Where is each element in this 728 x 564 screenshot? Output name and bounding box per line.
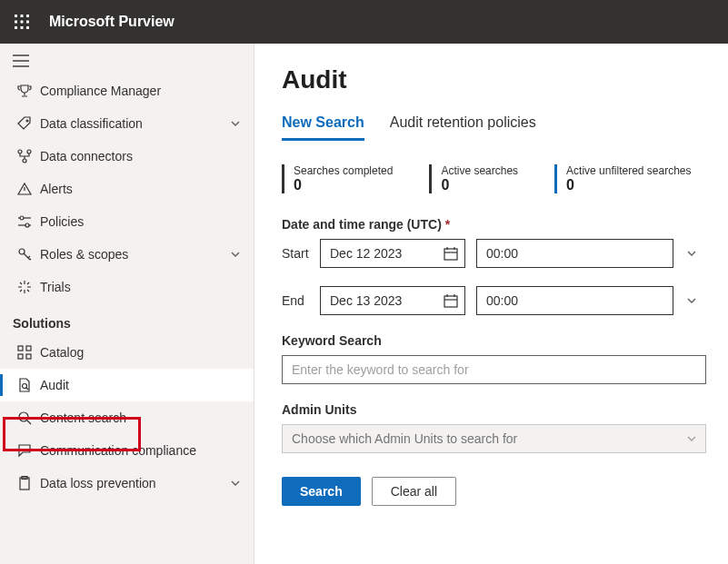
tabs: New Search Audit retention policies — [282, 114, 706, 141]
svg-point-19 — [25, 223, 29, 227]
warning-icon — [17, 182, 32, 196]
sidebar-item-roles-scopes[interactable]: Roles & scopes — [0, 238, 254, 271]
end-date-input[interactable] — [320, 286, 465, 315]
svg-point-27 — [19, 412, 28, 421]
date-range-heading-text: Date and time range (UTC) — [282, 217, 442, 232]
connector-icon — [17, 149, 32, 163]
search-icon — [17, 411, 32, 425]
date-range-heading: Date and time range (UTC) * — [282, 217, 706, 232]
sidebar-collapse-button[interactable] — [0, 47, 254, 74]
sidebar-item-label: Catalog — [40, 345, 241, 360]
sidebar: Compliance Manager Data classification D… — [0, 44, 254, 564]
clipboard-icon — [17, 476, 32, 490]
svg-rect-2 — [26, 15, 29, 17]
sidebar-item-trials[interactable]: Trials — [0, 271, 254, 303]
tab-audit-retention-policies[interactable]: Audit retention policies — [390, 114, 536, 141]
admin-units-heading: Admin Units — [282, 402, 706, 417]
end-time-select[interactable] — [476, 286, 673, 315]
hamburger-icon — [13, 54, 29, 67]
sidebar-item-label: Alerts — [40, 182, 241, 196]
sidebar-item-policies[interactable]: Policies — [0, 205, 254, 238]
page-title: Audit — [282, 65, 706, 94]
sidebar-item-label: Audit — [40, 378, 241, 392]
search-button[interactable]: Search — [282, 477, 361, 506]
stat-value: 0 — [566, 177, 691, 193]
svg-rect-4 — [21, 21, 24, 24]
stat-label: Active searches — [441, 164, 518, 177]
sidebar-item-label: Trials — [40, 280, 241, 294]
required-asterisk: * — [445, 217, 450, 232]
stat-searches-completed: Searches completed 0 — [282, 164, 393, 193]
sidebar-item-data-connectors[interactable]: Data connectors — [0, 140, 254, 173]
svg-point-15 — [23, 159, 26, 163]
sidebar-item-label: Communication compliance — [40, 443, 241, 458]
trophy-icon — [17, 84, 32, 98]
start-time-select[interactable] — [476, 239, 673, 268]
svg-rect-23 — [18, 354, 23, 359]
grid-icon — [17, 345, 32, 360]
sidebar-item-label: Roles & scopes — [40, 247, 230, 262]
svg-point-13 — [18, 150, 22, 153]
svg-rect-8 — [26, 26, 29, 29]
sidebar-item-compliance-manager[interactable]: Compliance Manager — [0, 74, 254, 107]
end-label: End — [282, 293, 309, 308]
action-buttons: Search Clear all — [282, 477, 706, 506]
tag-icon — [17, 116, 32, 131]
keyword-search-input[interactable] — [282, 355, 706, 384]
chevron-down-icon — [230, 118, 241, 129]
main-content: Audit New Search Audit retention policie… — [254, 44, 728, 564]
tab-new-search[interactable]: New Search — [282, 114, 364, 141]
stat-value: 0 — [294, 177, 393, 193]
chevron-down-icon — [686, 248, 697, 259]
sidebar-item-label: Compliance Manager — [40, 84, 241, 98]
keyword-heading: Keyword Search — [282, 333, 706, 348]
svg-rect-6 — [15, 26, 17, 29]
stats-row: Searches completed 0 Active searches 0 A… — [282, 164, 706, 193]
sidebar-item-label: Data classification — [40, 116, 230, 131]
app-title: Microsoft Purview — [49, 14, 175, 30]
svg-rect-3 — [15, 21, 17, 24]
top-bar: Microsoft Purview — [0, 0, 728, 44]
sparkle-icon — [17, 280, 32, 294]
sidebar-item-catalog[interactable]: Catalog — [0, 336, 254, 369]
key-icon — [17, 247, 32, 262]
sidebar-item-alerts[interactable]: Alerts — [0, 173, 254, 205]
stat-value: 0 — [441, 177, 518, 193]
sidebar-item-label: Data connectors — [40, 149, 241, 163]
start-date-input[interactable] — [320, 239, 465, 268]
sidebar-item-audit[interactable]: Audit — [0, 369, 254, 401]
chevron-down-icon — [230, 478, 241, 489]
stat-active-unfiltered-searches: Active unfiltered searches 0 — [554, 164, 691, 193]
svg-rect-7 — [21, 26, 24, 29]
svg-point-12 — [26, 120, 28, 122]
waffle-app-launcher[interactable] — [7, 7, 36, 36]
svg-point-18 — [20, 216, 24, 220]
sidebar-item-label: Policies — [40, 214, 241, 229]
svg-rect-1 — [21, 15, 24, 17]
sidebar-item-content-search[interactable]: Content search — [0, 401, 254, 434]
chevron-down-icon — [686, 295, 697, 306]
admin-units-select[interactable] — [282, 424, 706, 453]
chevron-down-icon — [230, 249, 241, 260]
svg-rect-21 — [18, 346, 23, 351]
stat-label: Active unfiltered searches — [566, 164, 691, 177]
clear-all-button[interactable]: Clear all — [372, 477, 456, 506]
svg-rect-24 — [26, 354, 31, 359]
svg-rect-5 — [26, 21, 29, 24]
sidebar-item-label: Data loss prevention — [40, 476, 230, 490]
sidebar-item-data-loss-prevention[interactable]: Data loss prevention — [0, 467, 254, 500]
start-label: Start — [282, 246, 309, 261]
stat-active-searches: Active searches 0 — [429, 164, 518, 193]
svg-point-14 — [27, 150, 31, 153]
svg-line-26 — [26, 388, 28, 390]
sidebar-item-data-classification[interactable]: Data classification — [0, 107, 254, 140]
sidebar-item-label: Content search — [40, 411, 241, 425]
svg-line-28 — [27, 421, 31, 424]
start-date-row: Start — [282, 239, 706, 268]
end-date-row: End — [282, 286, 706, 315]
sidebar-item-communication-compliance[interactable]: Communication compliance — [0, 434, 254, 467]
stat-label: Searches completed — [294, 164, 393, 177]
svg-rect-22 — [26, 346, 31, 351]
sidebar-section-heading: Solutions — [0, 303, 254, 336]
waffle-icon — [15, 15, 29, 29]
